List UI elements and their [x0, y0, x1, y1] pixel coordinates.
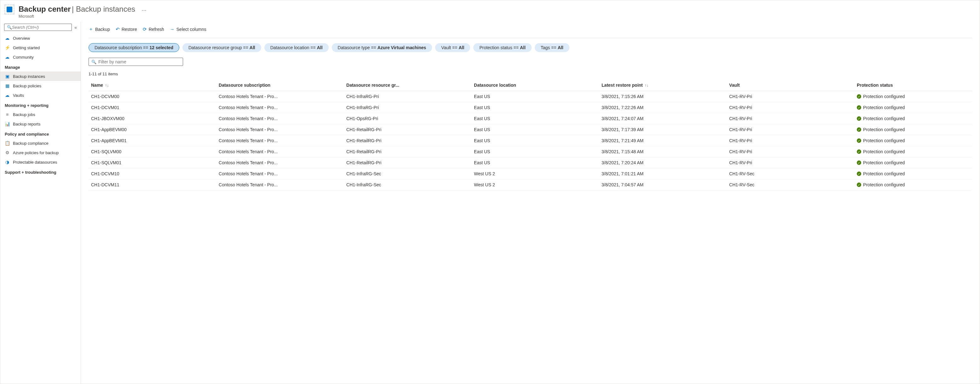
cell-resource-group: CH1-RetailRG-Pri	[344, 124, 471, 135]
cell-restore-point: 3/8/2021, 7:24:07 AM	[599, 113, 727, 124]
cell-subscription: Contoso Hotels Tenant - Pro...	[216, 102, 344, 113]
arrow-right-icon: →	[170, 27, 175, 32]
sidebar-item-azure-policies-for-backup[interactable]: ⚙Azure policies for backup	[0, 148, 81, 157]
sidebar-item-backup-reports[interactable]: 📊Backup reports	[0, 119, 81, 129]
success-icon: ✓	[857, 183, 861, 187]
cell-status: ✓Protection configured	[854, 179, 972, 190]
cell-vault: CH1-RV-Pri	[727, 124, 854, 135]
filter-name-input[interactable]	[98, 59, 180, 64]
sort-icon[interactable]: ↑↓	[105, 83, 109, 88]
nav-icon: 📊	[5, 121, 10, 126]
restore-button[interactable]: ↶Restore	[116, 27, 137, 32]
sidebar-item-backup-compliance[interactable]: 📋Backup compliance	[0, 139, 81, 148]
sidebar-item-overview[interactable]: ☁Overview	[0, 33, 81, 43]
nav-section-heading: Monitoring + reporting	[0, 100, 81, 110]
cell-status: ✓Protection configured	[854, 157, 972, 168]
cell-vault: CH1-RV-Pri	[727, 102, 854, 113]
cell-vault: CH1-RV-Sec	[727, 168, 854, 179]
col-location[interactable]: Datasource location	[471, 80, 599, 91]
col-vault[interactable]: Vault	[727, 80, 854, 91]
cell-resource-group: CH1-RetailRG-Pri	[344, 146, 471, 157]
filter-pill[interactable]: Datasource location == All	[264, 43, 329, 52]
filter-pill[interactable]: Datasource resource group == All	[183, 43, 261, 52]
nav-label: Community	[13, 55, 34, 60]
cell-location: East US	[471, 91, 599, 102]
cell-status: ✓Protection configured	[854, 124, 972, 135]
cell-resource-group: CH1-InfraRG-Pri	[344, 91, 471, 102]
nav-icon: ☁	[5, 93, 10, 98]
toolbar: ＋Backup ↶Restore ⟳Refresh →Select column…	[89, 22, 972, 38]
table-row[interactable]: CH1-AppBEVM01 Contoso Hotels Tenant - Pr…	[89, 135, 972, 146]
backup-button[interactable]: ＋Backup	[89, 26, 110, 32]
collapse-icon[interactable]: «	[74, 25, 77, 30]
col-restore-point[interactable]: Latest restore point↑↓	[599, 80, 727, 91]
filter-pill[interactable]: Vault == All	[435, 43, 470, 52]
nav-label: Vaults	[13, 93, 24, 98]
table-row[interactable]: CH1-DCVM00 Contoso Hotels Tenant - Pro..…	[89, 91, 972, 102]
table-row[interactable]: CH1-JBOXVM00 Contoso Hotels Tenant - Pro…	[89, 113, 972, 124]
table-row[interactable]: CH1-SQLVM01 Contoso Hotels Tenant - Pro.…	[89, 157, 972, 168]
undo-icon: ↶	[116, 27, 120, 32]
cell-location: East US	[471, 102, 599, 113]
cell-location: West US 2	[471, 179, 599, 190]
cell-name: CH1-JBOXVM00	[89, 113, 216, 124]
filter-pill[interactable]: Tags == All	[535, 43, 570, 52]
cell-vault: CH1-RV-Sec	[727, 179, 854, 190]
cell-resource-group: CH1-OpsRG-Pri	[344, 113, 471, 124]
cell-vault: CH1-RV-Pri	[727, 91, 854, 102]
refresh-button[interactable]: ⟳Refresh	[143, 27, 164, 32]
cell-location: East US	[471, 124, 599, 135]
filter-pill[interactable]: Protection status == All	[473, 43, 531, 52]
table-row[interactable]: CH1-DCVM10 Contoso Hotels Tenant - Pro..…	[89, 168, 972, 179]
table-row[interactable]: CH1-DCVM01 Contoso Hotels Tenant - Pro..…	[89, 102, 972, 113]
more-icon[interactable]: ⋯	[142, 7, 146, 13]
nav-icon: ⚙	[5, 150, 10, 155]
cell-resource-group: CH1-InfraRG-Sec	[344, 179, 471, 190]
sidebar-item-getting-started[interactable]: ⚡Getting started	[0, 43, 81, 53]
search-icon: 🔍	[7, 25, 12, 30]
sidebar-item-backup-jobs[interactable]: ≡Backup jobs	[0, 110, 81, 119]
cell-name: CH1-SQLVM01	[89, 157, 216, 168]
filter-name-input-wrap[interactable]: 🔍	[89, 58, 183, 66]
cell-vault: CH1-RV-Pri	[727, 146, 854, 157]
nav-label: Getting started	[13, 45, 40, 50]
cell-subscription: Contoso Hotels Tenant - Pro...	[216, 124, 344, 135]
success-icon: ✓	[857, 94, 861, 99]
select-columns-button[interactable]: →Select columns	[170, 27, 207, 32]
success-icon: ✓	[857, 139, 861, 143]
sidebar-item-protectable-datasources[interactable]: ◑Protectable datasources	[0, 157, 81, 167]
cell-subscription: Contoso Hotels Tenant - Pro...	[216, 179, 344, 190]
cell-vault: CH1-RV-Pri	[727, 113, 854, 124]
col-status[interactable]: Protection status	[854, 80, 972, 91]
nav-icon: ☁	[5, 54, 10, 60]
success-icon: ✓	[857, 105, 861, 110]
sidebar-search-input[interactable]	[12, 25, 69, 30]
cell-name: CH1-SQLVM00	[89, 146, 216, 157]
cell-name: CH1-DCVM10	[89, 168, 216, 179]
col-resource-group[interactable]: Datasource resource gr...	[344, 80, 471, 91]
success-icon: ✓	[857, 150, 861, 154]
search-icon: 🔍	[91, 60, 96, 64]
instances-table: Name↑↓ Datasource subscription Datasourc…	[89, 80, 972, 190]
sidebar-search[interactable]: 🔍	[4, 24, 72, 31]
table-row[interactable]: CH1-AppBEVM00 Contoso Hotels Tenant - Pr…	[89, 124, 972, 135]
sort-icon[interactable]: ↑↓	[645, 83, 649, 88]
sidebar-item-backup-policies[interactable]: ▦Backup policies	[0, 81, 81, 91]
table-row[interactable]: CH1-DCVM11 Contoso Hotels Tenant - Pro..…	[89, 179, 972, 190]
cell-location: East US	[471, 113, 599, 124]
filter-pill[interactable]: Datasource subscription == 12 selected	[89, 43, 179, 52]
page-subtitle: Backup instances	[76, 5, 135, 13]
success-icon: ✓	[857, 127, 861, 132]
col-subscription[interactable]: Datasource subscription	[216, 80, 344, 91]
cell-status: ✓Protection configured	[854, 135, 972, 146]
sidebar-item-backup-instances[interactable]: ▣Backup instances	[0, 72, 81, 81]
sidebar-item-community[interactable]: ☁Community	[0, 53, 81, 62]
sidebar-item-vaults[interactable]: ☁Vaults	[0, 91, 81, 100]
col-name[interactable]: Name↑↓	[89, 80, 216, 91]
table-row[interactable]: CH1-SQLVM00 Contoso Hotels Tenant - Pro.…	[89, 146, 972, 157]
main-content: ＋Backup ↶Restore ⟳Refresh →Select column…	[81, 22, 980, 384]
filter-bar: Datasource subscription == 12 selectedDa…	[89, 38, 972, 54]
filter-pill[interactable]: Datasource type == Azure Virtual machine…	[332, 43, 432, 52]
service-icon	[5, 5, 14, 14]
cell-subscription: Contoso Hotels Tenant - Pro...	[216, 135, 344, 146]
